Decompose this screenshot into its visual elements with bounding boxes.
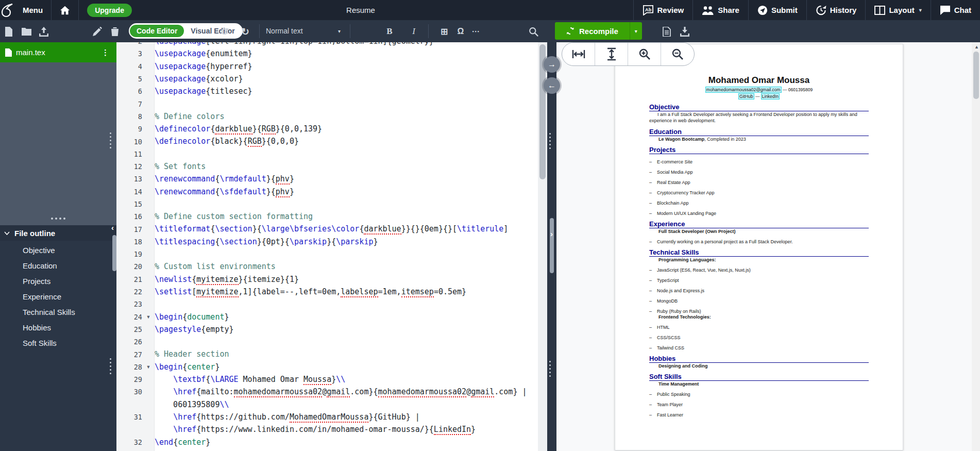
pdf-divider-dots[interactable] — [549, 361, 551, 377]
code-line[interactable]: 0601395809\\ — [116, 398, 538, 411]
insert-table-icon[interactable]: ⊞ — [438, 26, 450, 37]
file-item-maintex[interactable]: main.tex ⋮ — [0, 42, 116, 62]
panel-resize-handle[interactable] — [0, 218, 116, 220]
history-button[interactable]: History — [806, 0, 866, 20]
rename-pencil-icon[interactable] — [92, 26, 103, 37]
file-menu-kebab-icon[interactable]: ⋮ — [99, 48, 111, 57]
pdf-divider-grip[interactable] — [550, 218, 554, 273]
expand-pdf-arrow-button[interactable]: → — [544, 56, 560, 73]
upgrade-button[interactable]: Upgrade — [87, 4, 132, 17]
scroll-up-arrow-icon[interactable]: ▲ — [974, 44, 979, 49]
new-folder-icon[interactable] — [21, 26, 32, 37]
code-line[interactable]: 4\usepackage{hyperref} — [116, 60, 538, 73]
paragraph-style-dropdown[interactable]: Normal text ▾ — [266, 24, 341, 38]
italic-button[interactable]: I — [408, 26, 419, 37]
code-line[interactable]: 29 \textbf{\LARGE Mohamed Omar Moussa}\\ — [116, 373, 538, 386]
fit-width-button[interactable] — [562, 43, 595, 65]
pdf-divider-chevron[interactable]: › — [550, 229, 553, 238]
search-icon[interactable] — [528, 26, 539, 37]
code-line[interactable]: 32\end{center} — [116, 436, 538, 448]
code-line[interactable]: 14\renewcommand{\sfdefault}{phv} — [116, 186, 538, 198]
more-options-icon[interactable]: ⋯ — [470, 26, 481, 37]
pdf-divider-dots[interactable] — [549, 133, 551, 149]
code-line[interactable]: 23 — [116, 298, 538, 310]
code-line[interactable]: 25\pagestyle{empty} — [116, 323, 538, 336]
undo-icon[interactable]: ↺ — [219, 26, 230, 37]
expand-editor-arrow-button[interactable]: ← — [544, 77, 560, 94]
sidebar-resize-grip[interactable] — [112, 235, 116, 271]
code-line[interactable]: 6\usepackage{titlesec} — [116, 85, 538, 97]
code-line[interactable]: 11 — [116, 148, 538, 160]
home-icon — [60, 6, 70, 15]
bold-button[interactable]: B — [384, 26, 395, 37]
code-line[interactable]: 20% Custom list environments — [116, 260, 538, 273]
submit-button[interactable]: Submit — [748, 0, 806, 20]
code-line[interactable]: 3\usepackage{enumitem} — [116, 47, 538, 60]
chat-button[interactable]: Chat — [931, 0, 980, 20]
code-editor-tab[interactable]: Code Editor — [130, 25, 184, 37]
code-editor-pane[interactable]: 2\usepackage[left=1in,right=1in,top=1in,… — [116, 42, 547, 451]
linkedin-link[interactable]: LinkedIn — [761, 93, 780, 99]
outline-item-hobbies[interactable]: Hobbies — [0, 320, 116, 336]
outline-item-soft-skills[interactable]: Soft Skills — [0, 336, 116, 351]
compile-log-icon[interactable] — [661, 26, 672, 37]
code-line[interactable]: 24▼\begin{document} — [116, 311, 538, 323]
download-pdf-icon[interactable] — [679, 26, 690, 37]
layout-button[interactable]: Layout▾ — [865, 0, 930, 20]
code-line[interactable]: 28▼\begin{center} — [116, 361, 538, 373]
code-line[interactable]: 30 \href{mailto:mohamedomarmoussa02@gmai… — [116, 386, 538, 398]
zoom-in-button[interactable] — [628, 43, 661, 65]
outline-item-projects[interactable]: Projects — [0, 274, 116, 289]
editor-scrollbar[interactable] — [538, 42, 547, 451]
code-line[interactable]: 27% Header section — [116, 348, 538, 360]
code-line[interactable]: 22\setlist[myitemize,1]{label=--,left=0e… — [116, 286, 538, 298]
pdf-scrollbar[interactable]: ▲ — [972, 42, 980, 451]
new-file-icon[interactable] — [3, 26, 14, 37]
upload-icon[interactable] — [38, 26, 49, 37]
code-line[interactable]: 15 — [116, 198, 538, 210]
menu-button[interactable]: Menu — [14, 0, 51, 20]
code-line[interactable]: 12% Set fonts — [116, 160, 538, 173]
pdf-scrollbar-thumb[interactable] — [973, 52, 979, 99]
contact-separator: — — [782, 87, 788, 92]
code-line[interactable]: 2\usepackage[left=1in,right=1in,top=1in,… — [116, 42, 538, 47]
email-link[interactable]: mohamedomarmoussa02@gmail.com — [705, 87, 782, 93]
home-button[interactable] — [52, 0, 78, 20]
zoom-out-button[interactable] — [661, 43, 694, 65]
code-line[interactable]: 19 — [116, 248, 538, 260]
github-link[interactable]: GitHub — [738, 93, 754, 99]
code-line[interactable]: 8% Define colors — [116, 110, 538, 123]
review-button[interactable]: AbReview — [633, 0, 693, 20]
sidebar-divider-dots[interactable] — [110, 132, 111, 148]
code-line[interactable]: 26 — [116, 336, 538, 348]
code-line[interactable]: 10\definecolor{black}{RGB}{0,0,0} — [116, 135, 538, 147]
recompile-button[interactable]: Recompile — [555, 22, 630, 40]
math-symbol-icon[interactable]: Ω — [455, 26, 466, 37]
code-line[interactable]: 7 — [116, 97, 538, 110]
code-line[interactable]: 31 \href{https://github.com/MohamedOmarM… — [116, 411, 538, 423]
code-line[interactable]: 16% Define custom section formatting — [116, 210, 538, 223]
code-line[interactable]: 13\renewcommand{\rmdefault}{phv} — [116, 173, 538, 185]
outline-item-objective[interactable]: Objective — [0, 243, 116, 258]
redo-icon[interactable]: ↻ — [240, 26, 251, 37]
code-line[interactable]: 5\usepackage{xcolor} — [116, 73, 538, 85]
fit-height-button[interactable] — [595, 43, 628, 65]
fold-arrow-icon[interactable]: ▼ — [142, 364, 155, 370]
sidebar-collapse-chevron[interactable]: ‹ — [111, 223, 114, 232]
share-button[interactable]: Share — [692, 0, 748, 20]
delete-trash-icon[interactable] — [109, 26, 121, 37]
code-line[interactable]: 17\titleformat{\section}{\large\bfseries… — [116, 223, 538, 235]
visual-editor-tab[interactable]: Visual Editor — [184, 25, 241, 37]
code-line[interactable]: 21\newlist{myitemize}{itemize}{1} — [116, 273, 538, 286]
recompile-options-caret[interactable]: ▾ — [630, 22, 642, 40]
overleaf-logo-icon[interactable] — [0, 3, 14, 18]
code-line[interactable]: 18\titlespacing{\section}{0pt}{\parskip}… — [116, 236, 538, 248]
outline-item-technical-skills[interactable]: Technical Skills — [0, 305, 116, 320]
file-outline-header[interactable]: File outline — [0, 225, 116, 241]
outline-item-education[interactable]: Education — [0, 258, 116, 274]
sidebar-divider-dots[interactable] — [110, 358, 111, 374]
outline-item-experience[interactable]: Experience — [0, 289, 116, 305]
code-line[interactable]: \href{https://www.linkedin.com/in/mohame… — [116, 423, 538, 436]
code-line[interactable]: 9\definecolor{darkblue}{RGB}{0,0,139} — [116, 123, 538, 135]
fold-arrow-icon[interactable]: ▼ — [142, 314, 155, 320]
